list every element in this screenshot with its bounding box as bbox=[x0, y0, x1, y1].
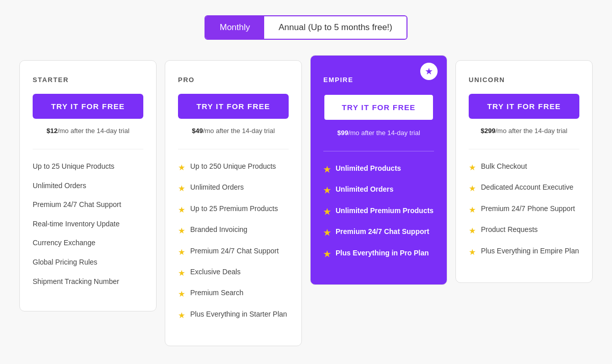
star-icon: ★ bbox=[178, 289, 185, 300]
list-item: ★Unlimited Orders bbox=[178, 183, 289, 194]
list-item: ★Bulk Checkout bbox=[469, 162, 579, 173]
list-item: ★Branded Invoicing bbox=[178, 225, 289, 237]
list-item: Up to 25 Unique Products bbox=[33, 162, 143, 172]
plan-pro-name: PRO bbox=[178, 76, 289, 84]
pro-price-note: $49/mo after the 14-day trial bbox=[178, 127, 289, 135]
list-item-text: Plus Everything in Empire Plan bbox=[481, 246, 579, 256]
star-icon: ★ bbox=[178, 183, 185, 194]
list-item-text: Branded Invoicing bbox=[190, 225, 247, 235]
star-icon: ★ bbox=[323, 249, 330, 260]
list-item-text: Premium 24/7 Chat Support bbox=[336, 227, 429, 237]
list-item-text: Unlimited Orders bbox=[190, 183, 244, 193]
empire-feature-list: ★Unlimited Products ★Unlimited Orders ★U… bbox=[323, 164, 434, 260]
list-item: ★Unlimited Products bbox=[323, 164, 434, 175]
list-item: ★Premium 24/7 Phone Support bbox=[469, 204, 579, 216]
list-item-text: Dedicated Account Executive bbox=[481, 183, 573, 193]
list-item: Unlimited Orders bbox=[33, 181, 143, 191]
starter-price-note: $12/mo after the 14-day trial bbox=[33, 127, 143, 135]
list-item-text: Premium Search bbox=[190, 288, 243, 298]
billing-toggle[interactable]: Monthly Annual (Up to 5 months free!) bbox=[205, 15, 408, 40]
plan-starter-name: STARTER bbox=[33, 76, 143, 84]
plan-empire-name: EMPIRE bbox=[323, 76, 434, 84]
list-item-text: Premium 24/7 Chat Support bbox=[33, 200, 121, 210]
empire-cta-button[interactable]: TRY IT FOR FREE bbox=[323, 94, 434, 121]
list-item: Global Pricing Rules bbox=[33, 257, 143, 268]
star-icon: ★ bbox=[469, 162, 476, 173]
unicorn-price-note: $299/mo after the 14-day trial bbox=[469, 127, 579, 135]
list-item-text: Up to 25 Premium Products bbox=[190, 204, 278, 214]
list-item-text: Unlimited Orders bbox=[33, 181, 86, 191]
star-icon: ★ bbox=[323, 227, 330, 239]
list-item-text: Shipment Tracking Number bbox=[33, 277, 119, 287]
list-item: ★Premium Search bbox=[178, 288, 289, 300]
star-icon: ★ bbox=[469, 225, 476, 237]
list-item-text: Premium 24/7 Phone Support bbox=[481, 204, 575, 214]
starter-cta-button[interactable]: TRY IT FOR FREE bbox=[33, 94, 143, 119]
list-item: ★Unlimited Premium Products bbox=[323, 206, 434, 218]
star-icon: ★ bbox=[469, 247, 476, 258]
pro-cta-button[interactable]: TRY IT FOR FREE bbox=[178, 94, 289, 119]
list-item: ★Plus Everything in Pro Plan bbox=[323, 248, 434, 260]
star-icon: ★ bbox=[178, 204, 185, 216]
unicorn-feature-list: ★Bulk Checkout ★Dedicated Account Execut… bbox=[469, 162, 579, 258]
plan-pro: PRO TRY IT FOR FREE $49/mo after the 14-… bbox=[165, 60, 302, 346]
monthly-tab[interactable]: Monthly bbox=[206, 16, 265, 39]
list-item-text: Unlimited Orders bbox=[336, 185, 394, 195]
list-item-text: Unlimited Products bbox=[336, 164, 401, 174]
list-item: ★Dedicated Account Executive bbox=[469, 183, 579, 194]
annual-tab[interactable]: Annual (Up to 5 months free!) bbox=[264, 16, 406, 39]
list-item: ★Up to 25 Premium Products bbox=[178, 204, 289, 216]
star-icon: ★ bbox=[323, 185, 330, 196]
star-icon: ★ bbox=[178, 268, 185, 279]
list-item: ★Unlimited Orders bbox=[323, 185, 434, 196]
plan-starter: STARTER TRY IT FOR FREE $12/mo after the… bbox=[19, 60, 157, 311]
list-item: Real-time Inventory Update bbox=[33, 219, 143, 229]
plan-unicorn-name: UNICORN bbox=[469, 76, 579, 84]
star-icon: ★ bbox=[178, 247, 185, 258]
list-item-text: Currency Exchange bbox=[33, 238, 95, 248]
list-item-text: Up to 250 Unique Products bbox=[190, 162, 276, 172]
star-icon: ★ bbox=[323, 164, 330, 175]
star-icon: ★ bbox=[178, 310, 185, 321]
list-item-text: Plus Everything in Pro Plan bbox=[336, 248, 429, 258]
list-item-text: Product Requests bbox=[481, 225, 538, 235]
empire-price-note: $99/mo after the 14-day trial bbox=[323, 129, 434, 137]
list-item-text: Exclusive Deals bbox=[190, 267, 241, 277]
list-item: ★Premium 24/7 Chat Support bbox=[323, 227, 434, 239]
list-item-text: Global Pricing Rules bbox=[33, 257, 97, 268]
list-item: ★Plus Everything in Empire Plan bbox=[469, 246, 579, 258]
star-icon: ★ bbox=[178, 162, 185, 173]
list-item-text: Unlimited Premium Products bbox=[336, 206, 434, 216]
list-item-text: Up to 25 Unique Products bbox=[33, 162, 114, 172]
star-icon: ★ bbox=[178, 225, 185, 237]
list-item: Currency Exchange bbox=[33, 238, 143, 248]
star-icon: ★ bbox=[469, 183, 476, 194]
pro-feature-list: ★Up to 250 Unique Products ★Unlimited Or… bbox=[178, 162, 289, 321]
unicorn-cta-button[interactable]: TRY IT FOR FREE bbox=[469, 94, 579, 119]
plan-unicorn: UNICORN TRY IT FOR FREE $299/mo after th… bbox=[455, 60, 593, 283]
list-item: Shipment Tracking Number bbox=[33, 277, 143, 287]
list-item-text: Bulk Checkout bbox=[481, 162, 527, 172]
starter-feature-list: Up to 25 Unique Products Unlimited Order… bbox=[33, 162, 143, 287]
list-item-text: Premium 24/7 Chat Support bbox=[190, 246, 279, 256]
list-item: ★Up to 250 Unique Products bbox=[178, 162, 289, 173]
star-icon: ★ bbox=[323, 206, 330, 218]
list-item: ★Exclusive Deals bbox=[178, 267, 289, 279]
star-icon: ★ bbox=[469, 204, 476, 216]
list-item-text: Real-time Inventory Update bbox=[33, 219, 119, 229]
list-item: ★Premium 24/7 Chat Support bbox=[178, 246, 289, 258]
featured-badge: ★ bbox=[420, 63, 438, 80]
list-item: Premium 24/7 Chat Support bbox=[33, 200, 143, 210]
list-item-text: Plus Everything in Starter Plan bbox=[190, 309, 287, 320]
plan-empire: ★ EMPIRE TRY IT FOR FREE $99/mo after th… bbox=[310, 55, 447, 285]
list-item: ★Plus Everything in Starter Plan bbox=[178, 309, 289, 321]
list-item: ★Product Requests bbox=[469, 225, 579, 237]
plans-container: STARTER TRY IT FOR FREE $12/mo after the… bbox=[15, 60, 597, 346]
